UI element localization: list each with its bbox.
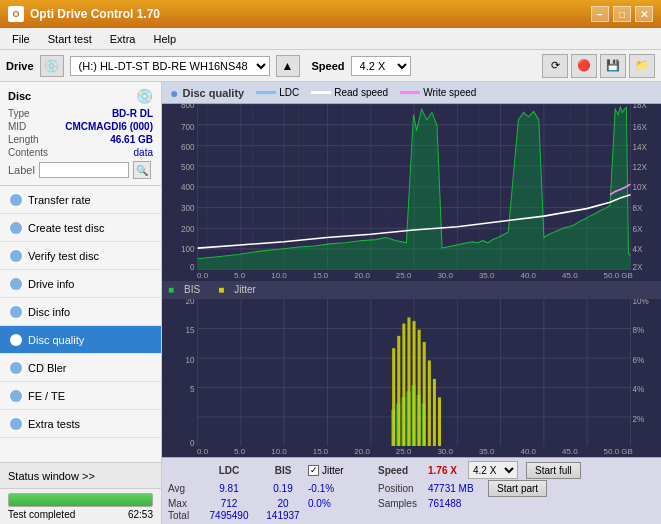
minimize-button[interactable]: −: [591, 6, 609, 22]
svg-text:6%: 6%: [632, 354, 644, 365]
nav-label: Create test disc: [28, 222, 104, 234]
svg-rect-65: [402, 323, 405, 446]
sidebar-item-cd-bler[interactable]: CD Bler: [0, 354, 161, 382]
drive-select[interactable]: (H:) HL-DT-ST BD-RE WH16NS48 1.D3: [70, 56, 270, 76]
chart-header: ● Disc quality LDC Read speed Write spee…: [162, 82, 661, 104]
max-label: Max: [168, 498, 200, 509]
toolbar-btn-3[interactable]: 💾: [600, 54, 626, 78]
sidebar: Disc 💿 Type BD-R DL MID CMCMAGDI6 (000) …: [0, 82, 162, 524]
svg-text:8X: 8X: [632, 203, 642, 213]
nav-dot: [10, 334, 22, 346]
speed-select-drive[interactable]: 4.2 X: [351, 56, 411, 76]
bottom-chart-wrapper: ■ BIS ■ Jitter: [162, 281, 661, 458]
max-jitter: 0.0%: [308, 498, 378, 509]
svg-text:4X: 4X: [632, 244, 642, 254]
legend-write-speed-label: Write speed: [423, 87, 476, 98]
nav-label: CD Bler: [28, 362, 67, 374]
speed-select-stats[interactable]: 4.2 X: [468, 461, 518, 479]
nav-label: Verify test disc: [28, 250, 99, 262]
stats-area: LDC BIS ✓ Jitter Speed 1.76 X 4.2 X Star…: [162, 457, 661, 524]
status-window-button[interactable]: Status window >>: [0, 462, 161, 488]
sidebar-item-disc-quality[interactable]: Disc quality: [0, 326, 161, 354]
sidebar-item-fe-te[interactable]: FE / TE: [0, 382, 161, 410]
samples-label: Samples: [378, 498, 428, 509]
start-full-button[interactable]: Start full: [526, 462, 581, 479]
disc-title: Disc: [8, 90, 31, 102]
main-layout: Disc 💿 Type BD-R DL MID CMCMAGDI6 (000) …: [0, 82, 661, 524]
position-label: Position: [378, 483, 428, 494]
jitter-checkbox[interactable]: ✓ Jitter: [308, 465, 378, 476]
progress-bar-outer: [8, 493, 153, 507]
status-window-label: Status window >>: [8, 470, 95, 482]
bis-legend-label: BIS: [184, 284, 200, 295]
chart-title: Disc quality: [182, 87, 244, 99]
type-label: Type: [8, 108, 30, 119]
speed-value-display: 1.76 X: [428, 465, 468, 476]
drive-icon-button[interactable]: 💿: [40, 55, 64, 77]
progress-text: Test completed: [8, 509, 75, 520]
start-part-button[interactable]: Start part: [488, 480, 547, 497]
svg-text:5: 5: [190, 383, 195, 394]
svg-text:16X: 16X: [632, 121, 647, 131]
svg-text:20: 20: [186, 299, 195, 306]
nav-label: Drive info: [28, 278, 74, 290]
nav-label: Extra tests: [28, 418, 80, 430]
svg-text:2%: 2%: [632, 413, 644, 424]
sidebar-item-transfer-rate[interactable]: Transfer rate: [0, 186, 161, 214]
nav-label: Disc quality: [28, 334, 84, 346]
label-search-button[interactable]: 🔍: [133, 161, 151, 179]
menu-help[interactable]: Help: [145, 31, 184, 47]
bis-header: BIS: [258, 465, 308, 476]
samples-value: 761488: [428, 498, 461, 509]
contents-value: data: [134, 147, 153, 158]
label-input[interactable]: [39, 162, 129, 178]
svg-rect-71: [433, 378, 436, 446]
menu-start-test[interactable]: Start test: [40, 31, 100, 47]
total-bis: 141937: [258, 510, 308, 521]
legend-ldc-label: LDC: [279, 87, 299, 98]
svg-text:300: 300: [181, 203, 195, 213]
max-bis: 20: [258, 498, 308, 509]
maximize-button[interactable]: □: [613, 6, 631, 22]
sidebar-item-disc-info[interactable]: Disc info: [0, 298, 161, 326]
sidebar-item-extra-tests[interactable]: Extra tests: [0, 410, 161, 438]
menu-extra[interactable]: Extra: [102, 31, 144, 47]
svg-rect-69: [423, 342, 426, 446]
svg-rect-66: [407, 317, 410, 446]
jitter-check-box[interactable]: ✓: [308, 465, 319, 476]
svg-text:10%: 10%: [632, 299, 648, 306]
sidebar-item-drive-info[interactable]: Drive info: [0, 270, 161, 298]
avg-bis: 0.19: [258, 483, 308, 494]
svg-text:500: 500: [181, 162, 195, 172]
nav-dot: [10, 250, 22, 262]
sidebar-item-verify-test-disc[interactable]: Verify test disc: [0, 242, 161, 270]
speed-label: Speed: [312, 60, 345, 72]
close-button[interactable]: ✕: [635, 6, 653, 22]
toolbar-btn-1[interactable]: ⟳: [542, 54, 568, 78]
nav-dot: [10, 278, 22, 290]
bottom-chart-area: 20 15 10 5 0 10% 8% 6% 4% 2%: [162, 299, 661, 447]
svg-text:2X: 2X: [632, 261, 642, 269]
length-label: Length: [8, 134, 39, 145]
toolbar-btn-2[interactable]: 🔴: [571, 54, 597, 78]
toolbar-btn-4[interactable]: 📁: [629, 54, 655, 78]
menu-bar: File Start test Extra Help: [0, 28, 661, 50]
length-value: 46.61 GB: [110, 134, 153, 145]
jitter-legend-label: Jitter: [234, 284, 256, 295]
svg-rect-70: [428, 360, 431, 446]
mid-label: MID: [8, 121, 26, 132]
svg-text:700: 700: [181, 121, 195, 131]
legend-read-speed-label: Read speed: [334, 87, 388, 98]
top-chart-svg: 800 700 600 500 400 300 200 100 0 18X 16…: [162, 104, 661, 270]
eject-button[interactable]: ▲: [276, 55, 300, 77]
svg-text:6X: 6X: [632, 224, 642, 234]
sidebar-item-create-test-disc[interactable]: Create test disc: [0, 214, 161, 242]
menu-file[interactable]: File: [4, 31, 38, 47]
top-chart-area: 800 700 600 500 400 300 200 100 0 18X 16…: [162, 104, 661, 270]
title-bar: O Opti Drive Control 1.70 − □ ✕: [0, 0, 661, 28]
nav-dot: [10, 362, 22, 374]
contents-label: Contents: [8, 147, 48, 158]
svg-rect-64: [397, 335, 400, 446]
svg-text:0: 0: [190, 437, 195, 446]
nav-items: Transfer rate Create test disc Verify te…: [0, 186, 161, 462]
